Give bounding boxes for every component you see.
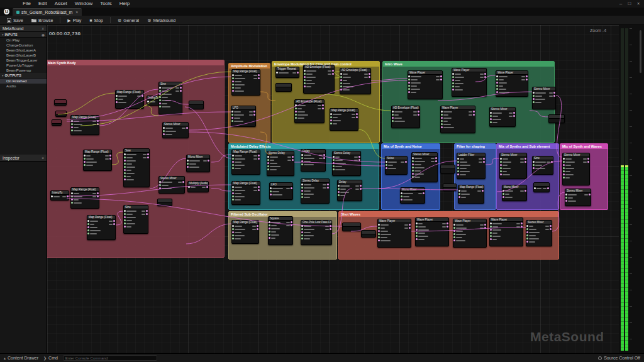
graph-node[interactable]: Stereo Mixer (565, 189, 591, 206)
input-pin[interactable] (304, 79, 306, 81)
input-pin[interactable] (232, 161, 234, 163)
output-pin[interactable] (484, 227, 486, 229)
input-pin[interactable] (458, 196, 460, 198)
output-pin[interactable] (322, 104, 324, 106)
input-pin[interactable] (301, 160, 303, 162)
input-pin[interactable] (452, 85, 454, 87)
input-pin[interactable] (270, 190, 272, 192)
graph-node[interactable]: Map Range (Float) (70, 115, 99, 135)
output-pin[interactable] (525, 161, 526, 163)
input-pin[interactable] (457, 158, 459, 160)
input-pin[interactable] (386, 164, 387, 166)
input-pin[interactable] (84, 161, 86, 163)
input-pin[interactable] (71, 123, 73, 125)
graph-node[interactable]: Stereo Mixer (158, 176, 185, 194)
output-pin[interactable] (356, 113, 358, 115)
browse-button[interactable]: Browse (28, 16, 57, 24)
input-pin[interactable] (496, 79, 498, 80)
input-pin[interactable] (163, 130, 165, 132)
input-pin[interactable] (188, 186, 190, 188)
graph-node[interactable]: Wave Player (377, 219, 411, 248)
input-pin[interactable] (378, 239, 380, 241)
graph-node[interactable]: Map Range (Float) (231, 69, 260, 96)
output-pin[interactable] (482, 190, 484, 192)
output-pin[interactable] (67, 195, 69, 197)
graph-node[interactable]: Sine (158, 82, 182, 114)
input-pin[interactable] (87, 233, 89, 234)
graph-node[interactable]: Delay (301, 149, 326, 172)
input-pin[interactable] (301, 187, 303, 189)
graph-node[interactable]: Map Range (Float) (330, 108, 358, 131)
input-pin[interactable] (301, 228, 303, 230)
graph-node[interactable]: Wave Player (408, 70, 443, 99)
input-pin[interactable] (526, 238, 528, 239)
graph-node[interactable]: Wave Player (452, 68, 487, 97)
input-pin[interactable] (392, 117, 394, 119)
graph-node[interactable] (548, 114, 565, 123)
input-pin[interactable] (340, 73, 342, 75)
output-member-item[interactable]: Audio (0, 84, 47, 89)
input-pin[interactable] (500, 158, 502, 160)
menu-item-window[interactable]: Window (71, 0, 96, 8)
output-pin[interactable] (186, 127, 188, 129)
input-pin[interactable] (496, 75, 498, 77)
input-pin[interactable] (71, 126, 73, 128)
input-pin[interactable] (232, 74, 234, 76)
graph-node[interactable]: Sine (532, 156, 553, 175)
output-pin[interactable] (483, 158, 485, 160)
console-command-input[interactable] (63, 355, 157, 361)
output-pin[interactable] (435, 157, 437, 159)
input-pin[interactable] (490, 235, 492, 237)
input-pin[interactable] (338, 191, 340, 193)
graph-node[interactable]: Stereo Mixer (499, 153, 527, 179)
input-pin[interactable] (269, 237, 270, 239)
output-pin[interactable] (513, 115, 515, 117)
input-pin[interactable] (338, 188, 340, 190)
output-pin[interactable] (521, 226, 523, 228)
input-pin[interactable] (457, 167, 459, 169)
input-pin[interactable] (533, 98, 535, 100)
input-pin[interactable] (304, 82, 306, 84)
input-pin[interactable] (534, 187, 536, 189)
input-pin[interactable] (533, 161, 535, 163)
input-pin[interactable] (270, 187, 272, 189)
input-pin[interactable] (563, 164, 565, 166)
input-pin[interactable] (408, 85, 410, 87)
minimize-button[interactable]: – (616, 0, 625, 8)
graph-node[interactable]: Map Range (Float) (70, 187, 99, 209)
input-pin[interactable] (490, 232, 492, 234)
output-pin[interactable] (358, 159, 360, 161)
input-pin[interactable] (124, 175, 126, 177)
output-pin[interactable] (330, 228, 331, 230)
input-pin[interactable] (452, 89, 454, 90)
output-pin[interactable] (97, 120, 99, 122)
input-pin[interactable] (500, 170, 502, 172)
tab-close-icon[interactable]: × (75, 10, 78, 14)
input-pin[interactable] (304, 76, 306, 78)
input-pin[interactable] (401, 199, 402, 200)
general-settings-button[interactable]: ⚙ General (114, 16, 143, 24)
input-pin[interactable] (416, 229, 418, 231)
input-pin[interactable] (565, 197, 567, 199)
input-pin[interactable] (412, 173, 414, 175)
output-pin[interactable] (525, 190, 526, 192)
input-pin[interactable] (301, 231, 303, 233)
output-pin[interactable] (551, 161, 553, 163)
input-pin[interactable] (453, 239, 455, 241)
input-pin[interactable] (304, 85, 306, 87)
input-pin[interactable] (490, 238, 492, 240)
input-pin[interactable] (124, 169, 126, 171)
input-pin[interactable] (565, 200, 567, 202)
input-pin[interactable] (124, 156, 126, 158)
input-pin[interactable] (295, 111, 297, 112)
input-pin[interactable] (301, 234, 303, 236)
input-pin[interactable] (304, 73, 306, 75)
input-pin[interactable] (526, 225, 528, 227)
output-pin[interactable] (440, 75, 442, 77)
input-pin[interactable] (232, 164, 234, 166)
input-pin[interactable] (84, 158, 86, 160)
output-pin[interactable] (292, 156, 294, 158)
input-pin[interactable] (490, 115, 492, 117)
input-pin[interactable] (333, 162, 335, 164)
input-pin[interactable] (84, 155, 86, 156)
